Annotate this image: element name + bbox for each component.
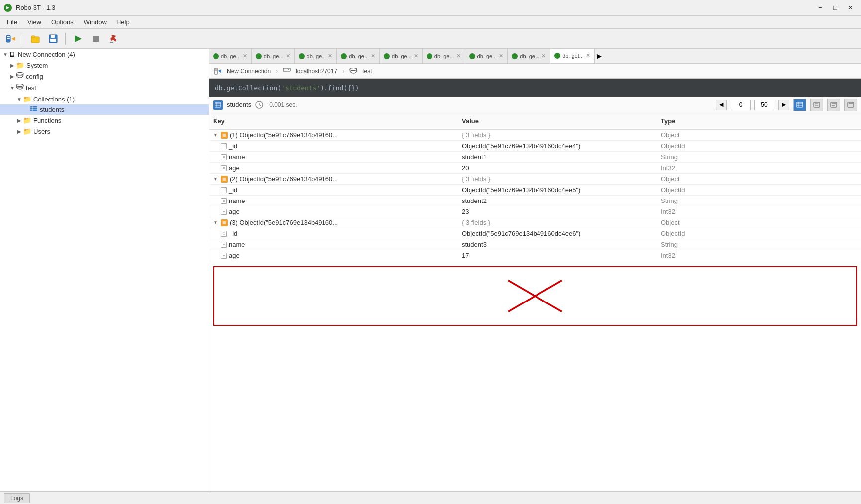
sidebar-item-students[interactable]: students — [0, 104, 209, 115]
open-button[interactable] — [27, 31, 43, 46]
sidebar-item-new-connection[interactable]: ▼ 🖥 New Connection (4) — [0, 49, 209, 60]
error-box — [213, 266, 857, 326]
tab-2[interactable]: db. ge... ✕ — [252, 49, 295, 64]
custom-view-button[interactable] — [844, 99, 857, 111]
tab-1[interactable]: db. ge... ✕ — [209, 49, 252, 64]
rec1-name-type: String — [657, 152, 756, 162]
rec3-name-label: name — [229, 241, 245, 248]
rec3-name-type: String — [657, 239, 756, 250]
menu-help[interactable]: Help — [111, 17, 135, 27]
table-view-button[interactable] — [793, 99, 806, 111]
sidebar-item-system[interactable]: ▶ 📁 System — [0, 60, 209, 71]
tab-icon-8 — [512, 53, 518, 59]
result-time: 0.001 sec. — [269, 101, 297, 108]
clear-button[interactable] — [106, 31, 121, 46]
tab-close-5[interactable]: ✕ — [414, 53, 418, 59]
tab-7[interactable]: db. ge... ✕ — [465, 49, 508, 64]
svg-marker-9 — [75, 35, 82, 42]
sidebar-item-users[interactable]: ▶ 📁 Users — [0, 126, 209, 137]
rec3-key-text: (3) ObjectId("5e91c769e134b49160... — [230, 219, 338, 226]
separator-1 — [23, 33, 23, 45]
rec3-id-label: _id — [229, 230, 237, 237]
tab-9[interactable]: db. get... ✕ — [550, 49, 595, 64]
window-controls: − □ ✕ — [813, 2, 857, 13]
sidebar-item-config[interactable]: ▶ config — [0, 71, 209, 82]
menu-file[interactable]: File — [2, 17, 22, 27]
table-row: □ _id ObjectId("5e91c769e134b49160dc4ee4… — [209, 141, 861, 152]
collapse-arrow-1[interactable]: ▼ — [213, 132, 219, 138]
tab-close-8[interactable]: ✕ — [541, 53, 546, 59]
tabs-bar: db. ge... ✕ db. ge... ✕ db. ge... ✕ db. … — [209, 49, 861, 64]
folder-icon-system: 📁 — [16, 61, 24, 69]
col-header-value: Value — [458, 115, 657, 127]
sidebar-item-test[interactable]: ▼ test — [0, 82, 209, 94]
tab-close-4[interactable]: ✕ — [371, 53, 375, 59]
minimize-button[interactable]: − — [813, 2, 827, 13]
logs-tab[interactable]: Logs — [4, 493, 30, 503]
run-button[interactable] — [70, 31, 86, 46]
nav-prev-button[interactable]: ◀ — [716, 100, 727, 110]
close-button[interactable]: ✕ — [843, 2, 857, 13]
table-row: ▼ ▦ (2) ObjectId("5e91c769e134b49160... … — [209, 174, 861, 185]
tab-icon-1 — [213, 53, 219, 59]
collapse-arrow-3[interactable]: ▼ — [213, 220, 219, 225]
rec2-value: { 3 fields } — [458, 174, 657, 184]
title-bar: Robo 3T - 1.3 − □ ✕ — [0, 0, 861, 16]
page-start-input[interactable] — [731, 100, 751, 110]
tab-close-7[interactable]: ✕ — [499, 53, 503, 59]
tab-6[interactable]: db. ge... ✕ — [423, 49, 465, 64]
object-icon-3: ▦ — [221, 219, 228, 226]
text-view-button[interactable] — [827, 99, 840, 111]
tab-icon-2 — [256, 53, 262, 59]
tab-4[interactable]: db. ge... ✕ — [337, 49, 380, 64]
result-collection-name: students — [227, 101, 251, 108]
save-button[interactable] — [45, 31, 61, 46]
rec2-id-type: ObjectId — [657, 185, 756, 195]
toolbar — [0, 29, 861, 49]
tab-label-2: db. ge... — [264, 53, 284, 59]
rec2-id-value: ObjectId("5e91c769e134b49160dc4ee5") — [458, 185, 657, 195]
tabs-scroll-right[interactable]: ▶ — [595, 49, 604, 64]
rec2-age-key: ≡ age — [209, 206, 458, 217]
connection-label: New Connection (4) — [18, 51, 75, 58]
breadcrumb-bar: New Connection › localhost:27017 › test — [209, 64, 861, 79]
rec1-name-key: ≡ name — [209, 152, 458, 162]
svg-point-14 — [16, 84, 23, 87]
rec3-name-value: student3 — [458, 239, 657, 250]
rec1-id-value: ObjectId("5e91c769e134b49160dc4ee4") — [458, 141, 657, 151]
nav-next-button[interactable]: ▶ — [778, 100, 789, 110]
field-icon: ≡ — [221, 253, 227, 259]
rec1-key: ▼ ▦ (1) ObjectId("5e91c769e134b49160... — [209, 130, 458, 140]
collapse-arrow-2[interactable]: ▼ — [213, 176, 219, 182]
tab-8[interactable]: db. ge... ✕ — [508, 49, 550, 64]
tab-close-6[interactable]: ✕ — [456, 53, 461, 59]
query-method2: ).find({}) — [320, 84, 359, 92]
menu-options[interactable]: Options — [46, 17, 79, 27]
rec1-id-label: _id — [229, 142, 237, 150]
field-icon: □ — [221, 231, 227, 237]
menu-window[interactable]: Window — [79, 17, 111, 27]
tab-close-2[interactable]: ✕ — [286, 53, 290, 59]
tab-close-9[interactable]: ✕ — [586, 52, 590, 59]
results-header: Key Value Type — [209, 113, 861, 130]
tab-icon-6 — [427, 53, 432, 59]
table-row: ≡ name student3 String — [209, 239, 861, 250]
tree-view-button[interactable] — [810, 99, 823, 111]
page-size-input[interactable] — [754, 100, 774, 110]
tab-close-3[interactable]: ✕ — [328, 53, 332, 59]
sidebar-item-functions[interactable]: ▶ 📁 Functions — [0, 115, 209, 126]
query-bar[interactable]: db.getCollection('students').find({}) — [209, 79, 861, 97]
sidebar-item-collections[interactable]: ▼ 📁 Collections (1) — [0, 94, 209, 104]
connection-button[interactable] — [3, 31, 19, 46]
rec1-id-key: □ _id — [209, 141, 458, 151]
expand-arrow-users: ▶ — [16, 128, 23, 135]
stop-button[interactable] — [88, 31, 104, 46]
menu-view[interactable]: View — [22, 17, 46, 27]
users-label: Users — [33, 128, 50, 135]
maximize-button[interactable]: □ — [828, 2, 842, 13]
tab-3[interactable]: db. ge... ✕ — [295, 49, 337, 64]
tab-5[interactable]: db. ge... ✕ — [380, 49, 423, 64]
tab-close-1[interactable]: ✕ — [243, 53, 247, 59]
tab-label-3: db. ge... — [307, 53, 326, 59]
field-icon: □ — [221, 187, 227, 193]
